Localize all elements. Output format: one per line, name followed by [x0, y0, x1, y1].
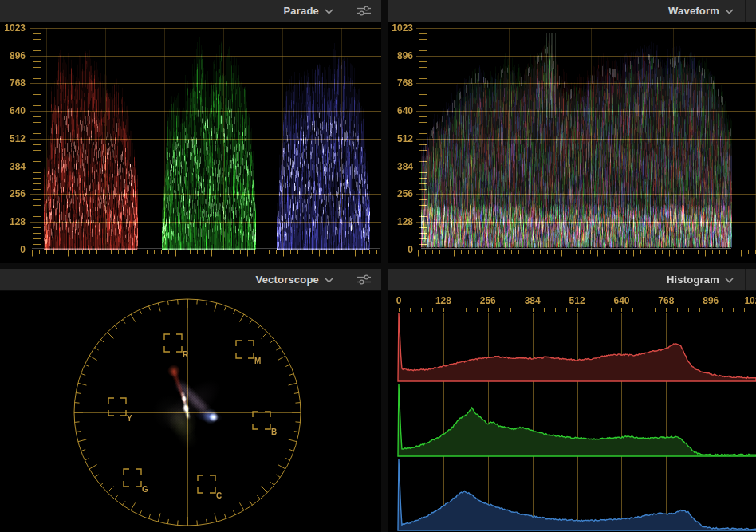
- waveform-title: Waveform: [668, 5, 719, 17]
- vectorscope-title: Vectorscope: [255, 274, 319, 286]
- chevron-down-icon: [325, 9, 333, 14]
- parade-panel: Parade 10238967686405123842561280: [0, 0, 381, 263]
- histogram-settings-button[interactable]: [752, 272, 756, 287]
- histogram-plot: [388, 291, 756, 532]
- parade-header: Parade: [0, 0, 381, 22]
- chevron-down-icon: [725, 9, 734, 14]
- parade-title: Parade: [283, 5, 319, 17]
- vectorscope-settings-button[interactable]: [352, 272, 376, 287]
- scopes-panel: Parade 10238967686405123842561280 Wavefo…: [0, 0, 756, 532]
- chevron-down-icon: [325, 278, 333, 283]
- waveform-body: 10238967686405123842561280: [388, 22, 756, 263]
- parade-settings-button[interactable]: [352, 3, 376, 18]
- vectorscope-plot: [0, 291, 381, 532]
- vectorscope-panel: Vectorscope: [0, 269, 381, 532]
- header-divider: [745, 0, 746, 22]
- histogram-title: Histogram: [667, 274, 719, 286]
- header-divider: [745, 269, 746, 291]
- parade-body: 10238967686405123842561280: [0, 22, 381, 263]
- histogram-panel: Histogram 01282563845126407688961023: [388, 269, 756, 532]
- vectorscope-header: Vectorscope: [0, 269, 381, 291]
- vectorscope-body: [0, 291, 381, 532]
- waveform-plot: [388, 22, 756, 263]
- header-divider: [345, 269, 345, 291]
- parade-plot: [0, 22, 381, 263]
- histogram-header: Histogram: [388, 269, 756, 291]
- histogram-scope-selector[interactable]: Histogram: [663, 274, 737, 286]
- waveform-panel: Waveform 10238967686405123842561280: [388, 0, 756, 263]
- sliders-icon: [356, 274, 372, 286]
- waveform-settings-button[interactable]: [752, 3, 756, 18]
- sliders-icon: [356, 5, 372, 17]
- histogram-body: 01282563845126407688961023: [388, 291, 756, 532]
- chevron-down-icon: [725, 278, 734, 283]
- parade-scope-selector[interactable]: Parade: [280, 5, 337, 17]
- vectorscope-scope-selector[interactable]: Vectorscope: [252, 274, 337, 286]
- waveform-header: Waveform: [388, 0, 756, 22]
- waveform-scope-selector[interactable]: Waveform: [665, 5, 737, 17]
- header-divider: [345, 0, 345, 22]
